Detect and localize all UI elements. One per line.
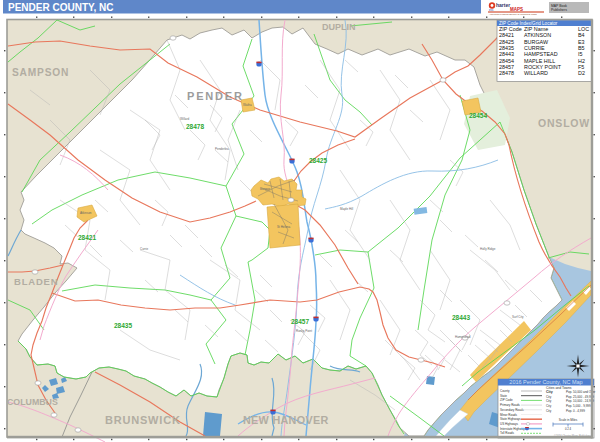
svg-text:B4: B4 [578, 32, 585, 38]
svg-text:BRUNSWICK: BRUNSWICK [105, 414, 181, 426]
svg-text:28421: 28421 [499, 32, 514, 38]
svg-text:Surf City: Surf City [512, 315, 524, 319]
svg-text:MAPS: MAPS [510, 7, 523, 12]
svg-text:PENDER COUNTY, NC: PENDER COUNTY, NC [8, 2, 114, 13]
svg-text:28443: 28443 [452, 314, 470, 321]
svg-text:ZIP Code: ZIP Code [499, 26, 522, 32]
svg-text:BURGAW: BURGAW [524, 39, 549, 45]
svg-text:harter: harter [496, 2, 510, 8]
svg-text:28454: 28454 [469, 112, 487, 119]
svg-text:Hampstead: Hampstead [455, 335, 471, 339]
svg-text:28421: 28421 [78, 234, 96, 241]
svg-text:28435: 28435 [499, 45, 514, 51]
svg-text:Primary Roads: Primary Roads [500, 403, 520, 407]
svg-text:Burgaw: Burgaw [260, 187, 271, 191]
svg-text:Pop. 5,000 - 9,999: Pop. 5,000 - 9,999 [566, 404, 591, 408]
svg-text:Toll Roads: Toll Roads [500, 431, 515, 435]
svg-text:28457: 28457 [499, 64, 514, 70]
svg-text:City: City [546, 390, 553, 394]
svg-text:I5: I5 [578, 51, 583, 57]
svg-text:SAMPSON: SAMPSON [12, 67, 69, 78]
svg-text:City: City [546, 395, 552, 399]
svg-text:City: City [546, 404, 552, 408]
svg-text:DUPLIN: DUPLIN [322, 22, 356, 32]
svg-text:D2: D2 [578, 70, 585, 76]
svg-text:28478: 28478 [499, 70, 514, 76]
svg-text:LOC: LOC [578, 26, 589, 32]
svg-text:America's Leading Source of Mu: America's Leading Source of Municipal Ma… [489, 13, 538, 16]
svg-text:Pop. 25,000 - 49,999: Pop. 25,000 - 49,999 [566, 395, 594, 399]
svg-text:Atkinson: Atkinson [80, 211, 92, 215]
svg-text:COLUMBUS: COLUMBUS [7, 397, 58, 407]
svg-text:ROCKY POINT: ROCKY POINT [524, 64, 562, 70]
svg-text:28425: 28425 [309, 157, 327, 164]
svg-text:Willard: Willard [180, 117, 189, 121]
svg-text:State Highways: State Highways [500, 417, 521, 421]
svg-text:ZIP Name: ZIP Name [524, 26, 548, 32]
svg-text:PENDER: PENDER [187, 90, 244, 102]
svg-text:ATKINSON: ATKINSON [524, 32, 551, 38]
svg-text:Pop. 10,000 - 24,999: Pop. 10,000 - 24,999 [566, 399, 594, 403]
svg-text:Rocky Point: Rocky Point [296, 329, 312, 333]
svg-text:Holly Ridge: Holly Ridge [480, 247, 496, 251]
svg-text:Currie: Currie [140, 247, 148, 251]
svg-text:HAMPSTEAD: HAMPSTEAD [524, 51, 558, 57]
svg-text:ZIP Code: ZIP Code [500, 398, 513, 402]
svg-text:BLADEN: BLADEN [14, 276, 58, 287]
svg-text:28435: 28435 [114, 322, 132, 329]
svg-text:Penderlea: Penderlea [215, 147, 229, 151]
svg-text:28457: 28457 [291, 318, 309, 325]
svg-text:NEW HANOVER: NEW HANOVER [243, 414, 328, 426]
svg-text:H2: H2 [578, 58, 585, 64]
svg-text:E3: E3 [578, 39, 585, 45]
svg-text:28425: 28425 [499, 39, 514, 45]
svg-text:ONSLOW: ONSLOW [538, 117, 590, 129]
svg-text:B5: B5 [578, 45, 585, 51]
svg-text:Publishers: Publishers [551, 8, 567, 12]
svg-text:28478: 28478 [186, 123, 204, 130]
svg-text:City: City [546, 399, 552, 403]
svg-text:St Helena: St Helena [277, 225, 291, 229]
svg-text:28454: 28454 [499, 58, 514, 64]
svg-text:State: State [500, 394, 507, 398]
svg-text:CURRIE: CURRIE [524, 45, 545, 51]
svg-text:Maple Hill: Maple Hill [340, 207, 354, 211]
svg-text:est.: est. [489, 8, 494, 12]
svg-text:Scale in Miles: Scale in Miles [559, 418, 578, 422]
svg-text:28443: 28443 [499, 51, 514, 57]
svg-text:2016 Pender County, NC Map: 2016 Pender County, NC Map [509, 379, 582, 385]
svg-text:Watha: Watha [243, 103, 252, 107]
svg-text:US Highways: US Highways [500, 422, 519, 426]
svg-text:MAPLE HILL: MAPLE HILL [524, 58, 555, 64]
svg-text:Secondary Roads: Secondary Roads [500, 408, 524, 412]
svg-text:0 2 4: 0 2 4 [565, 427, 572, 431]
svg-text:Pop. 0 - 4,999: Pop. 0 - 4,999 [566, 409, 585, 413]
svg-text:County: County [500, 389, 510, 393]
svg-text:City: City [546, 409, 552, 413]
svg-text:WILLARD: WILLARD [524, 70, 548, 76]
svg-text:F5: F5 [578, 64, 584, 70]
svg-text:Minor Roads: Minor Roads [500, 413, 518, 417]
